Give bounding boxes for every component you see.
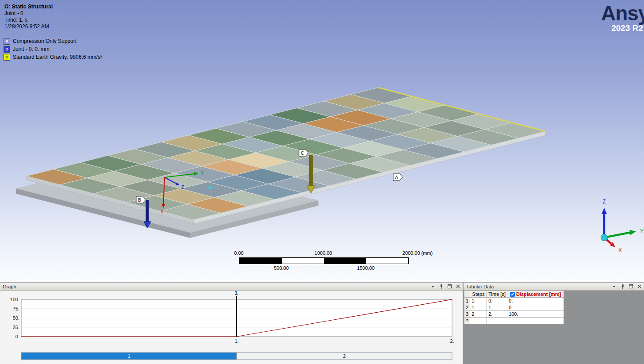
- legend-label-c: Standard Earth Gravity: 9806.6 mm/s²: [13, 54, 102, 60]
- analysis-object: Joint - 0: [4, 10, 53, 17]
- triad-z-label: Z: [602, 199, 606, 205]
- svg-text:A: A: [395, 175, 398, 180]
- row-index-cell: *: [464, 318, 470, 324]
- analysis-time: Time: 1. s: [4, 17, 53, 23]
- viewport-info: O: Static Structural Joint - 0 Time: 1. …: [4, 4, 53, 30]
- analysis-date: 1/28/2026 9:52 AM: [4, 23, 53, 30]
- ruler-label-2000: 2000.00 (mm): [402, 250, 433, 256]
- triad-z-arrow[interactable]: [602, 208, 607, 238]
- table-cell[interactable]: 2.: [487, 311, 507, 318]
- graph-ytick-label: 100.: [10, 297, 19, 302]
- legend-key-b-icon: B: [4, 46, 10, 53]
- tabular-data-panel: Tabular Data StepsTime [s]Displacement […: [464, 282, 644, 364]
- viewport-3d[interactable]: YZXABCZYX O: Static Structural Joint - 0…: [0, 0, 644, 282]
- table-header-row: StepsTime [s]Displacement [mm]: [464, 291, 564, 298]
- graph-xtick-label: 2.: [450, 338, 454, 344]
- maximize-icon[interactable]: [446, 284, 452, 289]
- triad-y-arrow[interactable]: [604, 230, 636, 238]
- legend-key-c-icon: C: [4, 54, 10, 61]
- graph-body: 0.25.50.75.100.1.2.1.12: [0, 291, 463, 364]
- legend-item-c: C Standard Earth Gravity: 9806.6 mm/s²: [4, 53, 102, 61]
- scale-ruler: 0.00 1000.00 2000.00 (mm) 500.00 1500.00: [0, 249, 644, 272]
- triad-y-label: Y: [640, 228, 644, 234]
- maximize-icon[interactable]: [628, 284, 634, 289]
- legend-item-b: B Joint - 0: 0. mm: [4, 45, 102, 53]
- ruler-label-0: 0.00: [234, 250, 243, 256]
- tabular-data-table: StepsTime [s]Displacement [mm]110.0.211.…: [464, 291, 564, 324]
- joint-triad-z-label: Z: [181, 185, 184, 190]
- graph-ytick-label: 0.: [15, 334, 19, 339]
- ansys-logo: Ansys 2023 R2: [601, 3, 644, 33]
- column-header-time-s-: Time [s]: [487, 291, 507, 298]
- joint-triad-y-label: Y: [201, 171, 204, 176]
- annotation-flag-a[interactable]: A: [393, 174, 402, 180]
- chevron-down-icon[interactable]: [611, 284, 617, 289]
- svg-text:C: C: [301, 151, 304, 156]
- tabular-panel-title: Tabular Data: [466, 284, 611, 289]
- table-cell[interactable]: [507, 318, 564, 324]
- graph-ytick-label: 25.: [13, 325, 19, 330]
- table-row: *: [464, 318, 564, 324]
- table-cell[interactable]: 0.: [507, 304, 564, 311]
- ruler-label-1500: 1500.00: [357, 265, 375, 271]
- displacement-checkbox[interactable]: [510, 292, 515, 297]
- displacement-header-label: Displacement [mm]: [516, 291, 561, 297]
- pin-icon[interactable]: [619, 284, 625, 289]
- table-cell[interactable]: 2: [470, 311, 487, 318]
- time-marker-label: 1.: [234, 291, 238, 295]
- close-icon[interactable]: [455, 284, 461, 289]
- row-index-cell: 1: [464, 298, 470, 304]
- legend-key-a-icon: A: [4, 38, 10, 45]
- annotation-legend: A Compression Only Support B Joint - 0: …: [4, 37, 102, 61]
- table-cell[interactable]: 1.: [487, 304, 507, 311]
- table-cell[interactable]: [487, 318, 507, 324]
- svg-text:B: B: [138, 198, 141, 203]
- table-cell[interactable]: 1: [470, 304, 487, 311]
- step-segment-label: 1: [127, 353, 130, 359]
- graph-panel-title: Graph: [3, 284, 429, 289]
- table-corner-cell: [464, 291, 470, 298]
- graph-titlebar: Graph: [0, 283, 463, 291]
- graph-plot[interactable]: 0.25.50.75.100.1.2.1.12: [0, 291, 463, 364]
- ruler-seg-4: [366, 258, 409, 264]
- ruler-seg-3: [324, 258, 366, 264]
- column-header-displacement: Displacement [mm]: [507, 291, 564, 298]
- graph-panel: Graph 0.25.50.75.100.1.2.1.12: [0, 282, 463, 364]
- tabular-titlebar: Tabular Data: [464, 283, 644, 291]
- chevron-down-icon[interactable]: [429, 284, 436, 289]
- graph-xtick-label: 1.: [234, 338, 238, 344]
- close-icon[interactable]: [636, 284, 642, 289]
- column-header-steps: Steps: [470, 291, 487, 298]
- table-row: 110.0.: [464, 298, 564, 304]
- triad-origin-ball[interactable]: [601, 234, 608, 241]
- row-index-cell: 2: [464, 304, 470, 311]
- legend-label-a: Compression Only Support: [13, 38, 77, 44]
- table-cell[interactable]: 100.: [507, 311, 564, 318]
- legend-label-b: Joint - 0: 0. mm: [13, 46, 50, 52]
- table-row: 211.0.: [464, 304, 564, 311]
- row-index-cell: 3: [464, 311, 470, 318]
- table-cell[interactable]: 1: [470, 298, 487, 304]
- ruler-label-500: 500.00: [274, 265, 289, 271]
- graph-ytick-label: 50.: [13, 315, 19, 321]
- ansys-version: 2023 R2: [601, 24, 644, 33]
- ruler-seg-1: [239, 258, 282, 264]
- analysis-title: O: Static Structural: [4, 4, 53, 10]
- joint-triad-x-label: X: [161, 209, 164, 214]
- table-cell[interactable]: [470, 318, 487, 324]
- table-row: 322.100.: [464, 311, 564, 318]
- legend-item-a: A Compression Only Support: [4, 37, 102, 45]
- ruler-seg-2: [282, 258, 324, 264]
- tabular-body: StepsTime [s]Displacement [mm]110.0.211.…: [464, 291, 644, 364]
- pin-icon[interactable]: [438, 284, 444, 289]
- ruler-bar: [239, 257, 409, 264]
- ansys-logo-text: Ansys: [601, 3, 644, 24]
- table-cell[interactable]: 0.: [487, 298, 507, 304]
- step-segment-label: 2: [343, 353, 345, 359]
- table-cell[interactable]: 0.: [507, 298, 564, 304]
- ruler-label-1000: 1000.00: [314, 250, 332, 256]
- graph-ytick-label: 75.: [13, 306, 19, 311]
